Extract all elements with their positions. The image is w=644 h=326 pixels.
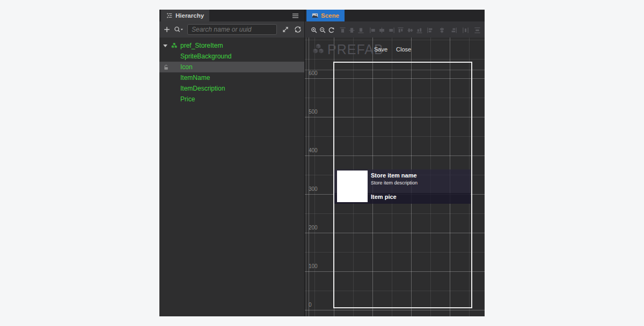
tab-scene-label: Scene (321, 12, 339, 19)
prefab-save-button[interactable]: Save (374, 39, 387, 60)
prefab-node-icon (171, 42, 178, 49)
ruler-label-300: 300 (309, 186, 318, 192)
add-node-button[interactable] (163, 26, 171, 33)
lock-icon[interactable] (163, 64, 169, 70)
tab-hierarchy[interactable]: Hierarchy (161, 10, 209, 21)
align-right-icon (388, 26, 395, 33)
scene-panel: Scene PREFAB Save Close 6005004003002001… (305, 10, 485, 316)
distribute-v-center-icon (407, 26, 414, 33)
collapse-all-icon[interactable] (282, 26, 289, 33)
tree-item-label: ItemName (180, 74, 210, 82)
tree-item-label: pref_StoreItem (180, 42, 223, 49)
zoom-in-icon[interactable] (311, 26, 318, 33)
prefab-cubes-icon (312, 43, 325, 56)
distribute-top-icon (397, 26, 404, 33)
hierarchy-panel: Hierarchy (159, 10, 305, 316)
ruler-label-400: 400 (309, 147, 318, 154)
tree-item-label: Icon (180, 63, 193, 71)
search-input[interactable] (187, 24, 277, 35)
distribute-bottom-icon (416, 26, 423, 33)
distribute-h-gaps-icon (462, 26, 469, 33)
search-filter-icon[interactable] (173, 26, 184, 33)
ruler-label-0: 0 (309, 302, 312, 308)
caret-down-icon[interactable] (163, 45, 167, 47)
ruler-label-600: 600 (309, 70, 318, 77)
distribute-v-gaps-icon (474, 26, 481, 33)
tree-item-spritebackground[interactable]: SpriteBackground (159, 51, 304, 62)
refresh-icon[interactable] (294, 26, 302, 33)
tab-hierarchy-label: Hierarchy (175, 12, 204, 19)
zoom-out-icon[interactable] (319, 26, 326, 33)
align-h-center-icon (378, 26, 385, 33)
hierarchy-tabbar: Hierarchy (159, 10, 304, 21)
distribute-h-center-icon (438, 26, 445, 33)
tree-item-itemname[interactable]: ItemName (159, 72, 304, 83)
scene-canvas[interactable]: PREFAB Save Close 6005004003002001000 St… (305, 38, 485, 316)
ruler-label-200: 200 (309, 225, 318, 231)
tree-item-icon[interactable]: Icon (159, 62, 304, 72)
tree-item-price[interactable]: Price (159, 94, 304, 105)
ruler-label-500: 500 (309, 109, 318, 115)
distribute-left-icon (427, 26, 434, 33)
prefab-edit-bar: PREFAB Save Close (305, 39, 485, 60)
tree-item-label: Price (180, 95, 195, 103)
prefab-close-button[interactable]: Close (396, 39, 411, 60)
tree-item-label: SpriteBackground (180, 53, 231, 60)
hierarchy-tree: pref_StoreItemSpriteBackground IconItemN… (159, 38, 304, 316)
scene-image-icon (312, 12, 318, 19)
tab-scene[interactable]: Scene (306, 10, 345, 21)
scene-tabbar: Scene (305, 10, 485, 21)
ruler-label-100: 100 (309, 263, 318, 270)
design-resolution-border (333, 62, 472, 308)
distribute-right-icon (450, 26, 457, 33)
editor-window: Hierarchy (159, 10, 485, 316)
align-left-icon (369, 26, 376, 33)
hierarchy-search-row (159, 21, 304, 38)
panel-menu-icon[interactable] (292, 12, 299, 19)
align-top-icon (339, 26, 346, 33)
hierarchy-tree-icon (166, 12, 173, 19)
align-v-center-icon (348, 26, 355, 33)
reset-view-icon[interactable] (328, 26, 335, 33)
tree-item-pref_storeitem[interactable]: pref_StoreItem (159, 40, 304, 51)
ruler-edge-line (306, 38, 306, 316)
tree-item-itemdescription[interactable]: ItemDescription (159, 83, 304, 94)
scene-toolbar (305, 21, 485, 38)
tree-item-label: ItemDescription (180, 85, 225, 92)
align-bottom-icon (357, 26, 364, 33)
